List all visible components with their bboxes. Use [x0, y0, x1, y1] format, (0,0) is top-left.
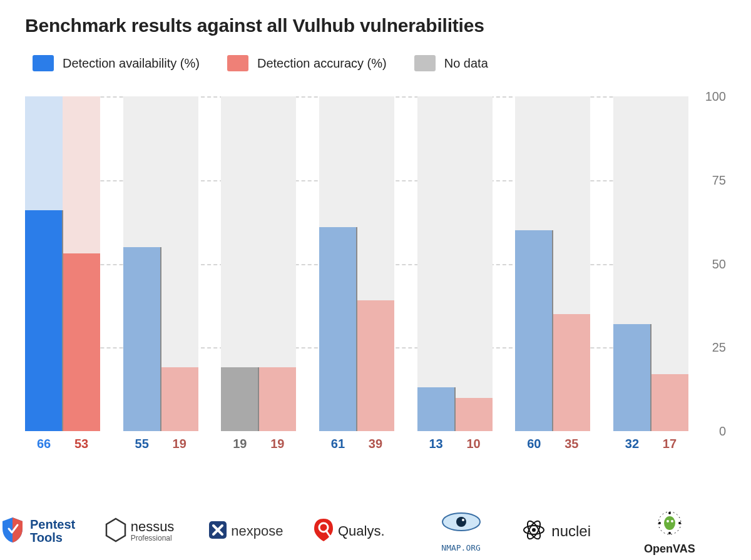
svg-point-14 [664, 516, 675, 530]
bar-availability [417, 387, 455, 431]
bar-accuracy [357, 300, 394, 431]
svg-point-12 [658, 522, 661, 524]
bar-separator [356, 227, 357, 431]
value-label-availability: 61 [319, 437, 357, 451]
y-tick-label: 0 [719, 424, 726, 439]
legend-label-accuracy: Detection accuracy (%) [257, 56, 387, 71]
x-axis-item: nuclei [521, 507, 609, 555]
legend-label-availability: Detection availability (%) [63, 56, 200, 71]
legend-item-accuracy: Detection accuracy (%) [227, 55, 387, 71]
bar-nodata [221, 367, 258, 431]
value-label-accuracy: 10 [455, 437, 493, 451]
bar-group: 6139 [319, 96, 394, 431]
bar-group: 6653 [25, 96, 100, 431]
value-label-availability: 55 [123, 437, 161, 451]
value-label-accuracy: 53 [63, 437, 100, 451]
bar-availability [613, 324, 651, 431]
value-label-availability: 13 [417, 437, 455, 451]
svg-point-4 [462, 519, 464, 521]
tool-label: nexpose [231, 524, 283, 538]
value-label-accuracy: 17 [651, 437, 688, 451]
bar-accuracy [161, 367, 198, 431]
value-label-availability: 60 [515, 437, 553, 451]
bar-group: 5519 [123, 96, 198, 431]
bar-accuracy [651, 374, 688, 431]
bar-separator [454, 387, 456, 431]
tool-label: Qualys. [338, 524, 385, 538]
svg-point-3 [456, 517, 466, 527]
bar-availability [515, 230, 553, 431]
value-label-accuracy: 19 [161, 437, 198, 451]
plot: 6653551919196139131060353217 [25, 96, 688, 431]
bar-group: 1310 [417, 96, 493, 431]
bar-availability [123, 247, 161, 431]
value-label-accuracy: 19 [258, 437, 296, 451]
bar-bg-accuracy [455, 96, 493, 431]
tool-sublabel: Professional [131, 534, 175, 542]
value-label-availability: 66 [25, 437, 63, 451]
y-tick-label: 100 [705, 89, 726, 104]
tool-label: OpenVAS [644, 543, 695, 555]
bar-separator [552, 230, 553, 431]
tool-sublabel: NMAP.ORG [441, 543, 481, 552]
bar-separator [650, 324, 651, 431]
bar-accuracy [553, 314, 590, 431]
bar-accuracy [258, 367, 296, 431]
legend-item-availability: Detection availability (%) [33, 55, 200, 71]
x-axis-item: PentestTools [0, 507, 88, 555]
tool-logo-icon [439, 511, 483, 538]
bar-group: 1919 [221, 96, 296, 431]
bar-group: 6035 [515, 96, 590, 431]
x-axis-item: OpenVAS [626, 507, 713, 555]
swatch-accuracy [227, 55, 248, 71]
tool-logo-icon [208, 521, 227, 542]
swatch-nodata [414, 55, 436, 71]
value-label-availability: 32 [613, 437, 651, 451]
y-axis: 0255075100 [695, 96, 726, 431]
bar-availability [25, 210, 63, 431]
x-axis-item: nessusProfessional [105, 507, 192, 555]
x-axis-labels: PentestToolsnessusProfessionalnexposeQua… [0, 507, 713, 555]
y-tick-label: 25 [712, 340, 726, 355]
x-axis-item: nexpose [208, 507, 296, 555]
legend-item-nodata: No data [414, 55, 488, 71]
legend: Detection availability (%) Detection acc… [25, 55, 726, 71]
tool-label: nessus [131, 519, 175, 534]
y-tick-label: 50 [712, 257, 726, 271]
bar-accuracy [63, 253, 100, 431]
bar-bg-availability [417, 96, 455, 431]
tool-logo-icon [105, 517, 127, 545]
tool-label: PentestTools [30, 518, 75, 544]
y-tick-label: 75 [712, 173, 726, 187]
tool-label: nuclei [551, 523, 591, 539]
bar-groups: 6653551919196139131060353217 [25, 96, 688, 431]
svg-point-16 [671, 520, 673, 522]
legend-label-nodata: No data [444, 56, 488, 71]
swatch-availability [33, 55, 54, 71]
bar-separator [62, 210, 63, 431]
bar-accuracy [455, 398, 493, 432]
chart-title: Benchmark results against all Vulhub vul… [25, 15, 726, 36]
svg-point-15 [667, 520, 669, 522]
value-label-accuracy: 39 [357, 437, 394, 451]
value-label-availability: 19 [221, 437, 258, 451]
x-axis-item: NMAP.ORG [417, 507, 505, 555]
svg-point-8 [532, 528, 536, 532]
bar-separator [160, 247, 161, 431]
value-label-accuracy: 35 [553, 437, 590, 451]
tool-logo-icon [313, 517, 334, 545]
chart-area: 6653551919196139131060353217 0255075100 [25, 96, 688, 456]
x-axis-item: Qualys. [313, 507, 401, 555]
svg-point-11 [668, 532, 671, 534]
tool-logo-icon [521, 517, 546, 545]
bar-availability [319, 227, 357, 431]
svg-point-13 [678, 522, 681, 524]
tool-logo-icon [656, 509, 683, 539]
bar-group: 3217 [613, 96, 688, 431]
tool-logo-icon [0, 516, 25, 546]
bar-separator [258, 367, 259, 431]
svg-point-10 [668, 512, 671, 514]
